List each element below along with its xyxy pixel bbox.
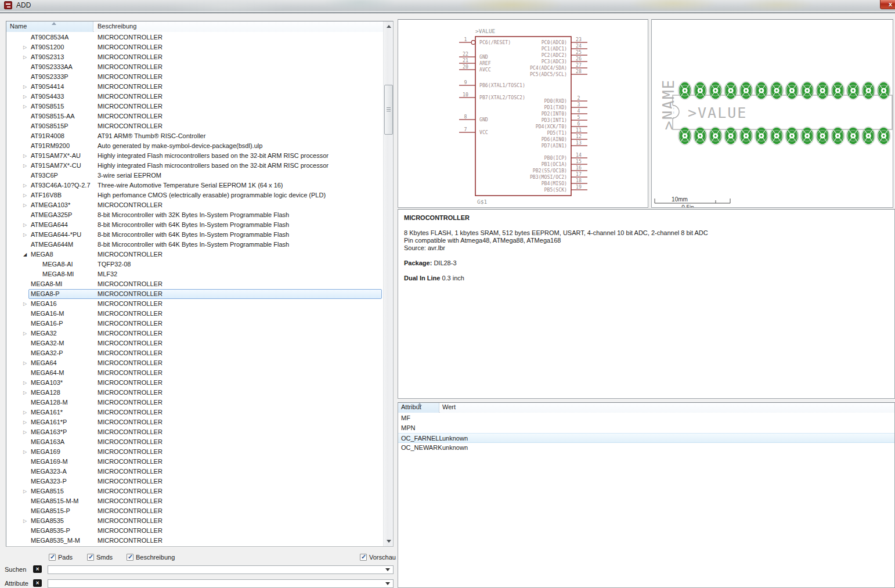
list-item[interactable]: MEGA16-MMICROCONTROLLER [6, 309, 384, 319]
attribute-row-item[interactable]: OC_NEWARKunknown [398, 443, 894, 453]
list-item[interactable]: ▷AT90S8515MICROCONTROLLER [6, 102, 384, 111]
list-item[interactable]: ◢MEGA8MICROCONTROLLER [6, 250, 384, 259]
list-item[interactable]: AT90S8515-AAMICROCONTROLLER [6, 111, 384, 121]
list-item[interactable]: ▷MEGA64MICROCONTROLLER [6, 358, 384, 368]
list-item[interactable]: MEGA32-MMICROCONTROLLER [6, 338, 384, 348]
attribute-input[interactable] [48, 579, 394, 588]
column-header-attribut[interactable]: Attribut [398, 403, 439, 413]
column-header-wert[interactable]: Wert [440, 403, 894, 413]
list-item[interactable]: AT90C8534AMICROCONTROLLER [6, 33, 384, 42]
expander-collapsed-icon[interactable]: ▷ [21, 82, 28, 92]
list-item[interactable]: ▷MEGA169MICROCONTROLLER [6, 447, 384, 457]
list-item[interactable]: AT90S2333PMICROCONTROLLER [6, 72, 384, 82]
list-item[interactable]: MEGA323-PMICROCONTROLLER [6, 477, 384, 486]
list-item[interactable]: MEGA128-MMICROCONTROLLER [6, 398, 384, 407]
expander-collapsed-icon[interactable]: ▷ [21, 151, 28, 161]
smds-checkbox[interactable] [87, 554, 94, 561]
list-item[interactable]: MEGA8515-PMICROCONTROLLER [6, 506, 384, 516]
expander-collapsed-icon[interactable]: ▷ [21, 102, 28, 111]
list-item[interactable]: ▷AT90S1200MICROCONTROLLER [6, 42, 384, 52]
list-item[interactable]: MEGA8-MIMLF32 [6, 269, 384, 279]
list-item[interactable]: ATMEGA644M8-bit Microcontroller with 64K… [6, 240, 384, 250]
clear-search-icon[interactable]: ✕ [33, 565, 42, 573]
list-item[interactable]: ▷MEGA16MICROCONTROLLER [6, 299, 384, 309]
list-item[interactable]: ▷MEGA8535MICROCONTROLLER [6, 516, 384, 526]
scrollbar-thumb[interactable] [384, 85, 393, 135]
list-item[interactable]: MEGA163AMICROCONTROLLER [6, 437, 384, 447]
list-item[interactable]: ▷AT91SAM7X*-CUHighly integrated Flash mi… [6, 161, 384, 171]
beschreibung-checkbox[interactable] [127, 554, 133, 561]
list-scrollbar[interactable] [383, 21, 393, 546]
list-item[interactable]: MEGA8-AITQFP32-08 [6, 259, 384, 269]
attribute-row-item[interactable]: OC_FARNELLunknown [398, 433, 894, 443]
list-item[interactable]: MEGA16-PMICROCONTROLLER [6, 319, 384, 329]
dropdown-arrow-icon[interactable] [385, 582, 390, 585]
expander-collapsed-icon[interactable]: ▷ [21, 52, 28, 62]
list-item[interactable]: ▷MEGA161*MICROCONTROLLER [6, 407, 384, 417]
expander-collapsed-icon[interactable]: ▷ [21, 200, 28, 210]
list-item[interactable]: MEGA8-PMICROCONTROLLER [6, 289, 384, 299]
expander-collapsed-icon[interactable]: ▷ [21, 358, 28, 368]
list-item[interactable]: ▷ATF16V8BHigh perfomance CMOS (electrica… [6, 190, 384, 200]
list-item[interactable]: ▷MEGA103*MICROCONTROLLER [6, 378, 384, 388]
list-item[interactable]: ▷MEGA8515MICROCONTROLLER [6, 486, 384, 496]
list-item[interactable]: AT91RM9200Auto generated by make-symbol-… [6, 141, 384, 151]
expander-collapsed-icon[interactable]: ▷ [21, 486, 28, 496]
title-bar[interactable]: ADD [0, 0, 895, 11]
expander-collapsed-icon[interactable]: ▷ [21, 220, 28, 230]
list-item[interactable]: MEGA32-PMICROCONTROLLER [6, 348, 384, 358]
expander-collapsed-icon[interactable]: ▷ [21, 42, 28, 52]
attribute-row-item[interactable]: MPN [398, 423, 894, 433]
list-item[interactable]: ▷MEGA161*PMICROCONTROLLER [6, 417, 384, 427]
scroll-up-button[interactable] [384, 22, 393, 31]
expander-collapsed-icon[interactable]: ▷ [21, 230, 28, 240]
expander-collapsed-icon[interactable]: ▷ [21, 181, 28, 190]
expander-collapsed-icon[interactable]: ▷ [21, 161, 28, 171]
expander-collapsed-icon[interactable]: ▷ [21, 427, 28, 437]
list-item[interactable]: MEGA8535-PMICROCONTROLLER [6, 526, 384, 536]
clear-attribute-icon[interactable]: ✕ [33, 579, 42, 587]
list-item[interactable]: ATMEGA325P8-bit Microcontroller with 32K… [6, 210, 384, 220]
list-item[interactable]: MEGA8-MIMICROCONTROLLER [6, 279, 384, 289]
expander-collapsed-icon[interactable]: ▷ [21, 447, 28, 457]
list-item[interactable]: ▷AT91SAM7X*-AUHighly integrated Flash mi… [6, 151, 384, 161]
list-item[interactable]: ▷MEGA128MICROCONTROLLER [6, 388, 384, 398]
list-item[interactable]: AT93C6P3-wire serial EEPROM [6, 171, 384, 181]
list-item[interactable]: MEGA64-MMICROCONTROLLER [6, 368, 384, 378]
column-header-name[interactable]: Name [6, 21, 93, 32]
suchen-input[interactable] [48, 565, 394, 574]
scroll-down-button[interactable] [384, 537, 393, 546]
pads-checkbox[interactable] [49, 554, 56, 561]
list-item[interactable]: ▷AT90S2313MICROCONTROLLER [6, 52, 384, 62]
list-item[interactable]: AT90S2333AAMICROCONTROLLER [6, 62, 384, 72]
expander-collapsed-icon[interactable]: ▷ [21, 378, 28, 388]
attribute-row-item[interactable]: MF [398, 413, 894, 423]
list-item[interactable]: ▷AT90S4414MICROCONTROLLER [6, 82, 384, 92]
list-item[interactable]: MEGA8535_M-MMICROCONTROLLER [6, 536, 384, 546]
expander-collapsed-icon[interactable]: ▷ [21, 190, 28, 200]
list-item[interactable]: ▷AT93C46A-10?Q-2.7Three-wire Automotive … [6, 181, 384, 190]
list-item[interactable]: AT91R4008AT91 ARM® Thumb® RISC-Controlle… [6, 131, 384, 141]
list-item[interactable]: ▷MEGA32MICROCONTROLLER [6, 329, 384, 338]
list-item[interactable]: MEGA169-MMICROCONTROLLER [6, 457, 384, 467]
expander-collapsed-icon[interactable]: ▷ [21, 92, 28, 102]
list-item[interactable]: ▷MEGA163*PMICROCONTROLLER [6, 427, 384, 437]
expander-collapsed-icon[interactable]: ▷ [21, 329, 28, 338]
close-button[interactable]: x [880, 0, 895, 9]
column-header-beschreibung[interactable]: Beschreibung [94, 21, 384, 32]
expander-expanded-icon[interactable]: ◢ [21, 250, 28, 259]
list-item[interactable]: ▷ATMEGA6448-bit Microcontroller with 64K… [6, 220, 384, 230]
list-item[interactable]: ▷ATMEGA103*MICROCONTROLLER [6, 200, 384, 210]
list-item[interactable]: AT90S8515PMICROCONTROLLER [6, 121, 384, 131]
expander-collapsed-icon[interactable]: ▷ [21, 407, 28, 417]
list-item[interactable]: ▷AT90S4433MICROCONTROLLER [6, 92, 384, 102]
expander-collapsed-icon[interactable]: ▷ [21, 516, 28, 526]
vorschau-checkbox[interactable] [360, 554, 367, 561]
expander-collapsed-icon[interactable]: ▷ [21, 299, 28, 309]
expander-collapsed-icon[interactable]: ▷ [21, 417, 28, 427]
dropdown-arrow-icon[interactable] [385, 568, 390, 571]
list-item[interactable]: ▷ATMEGA644-*PU8-bit Microcontroller with… [6, 230, 384, 240]
list-item[interactable]: MEGA323-AMICROCONTROLLER [6, 467, 384, 477]
list-item[interactable]: MEGA8515-M-MMICROCONTROLLER [6, 496, 384, 506]
expander-collapsed-icon[interactable]: ▷ [21, 388, 28, 398]
